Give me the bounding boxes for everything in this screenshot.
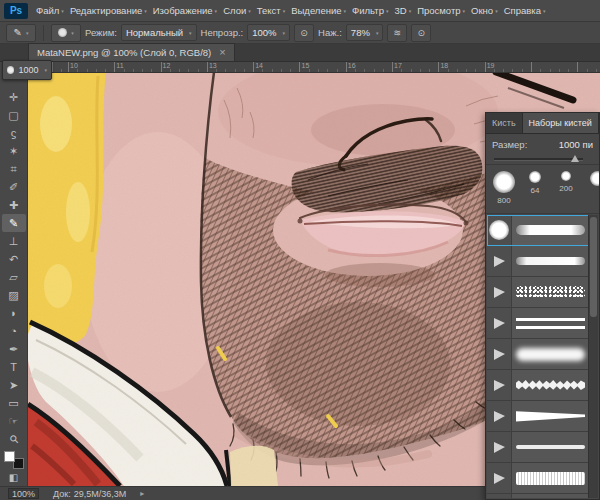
quick-selection-tool[interactable]: ✶ <box>2 142 26 160</box>
mode-value: Нормальный <box>126 27 183 38</box>
ruler-number: 14 <box>253 62 263 69</box>
blur-tool[interactable]: ◗ <box>2 304 26 322</box>
opacity-select[interactable]: 100% ▾ <box>247 24 290 41</box>
brush-preset-row[interactable] <box>487 370 589 401</box>
size-slider[interactable] <box>486 154 599 164</box>
menu-item[interactable]: Просмотр ▾ <box>414 0 468 22</box>
marquee-tool[interactable]: ▢ <box>2 106 26 124</box>
brush-tool[interactable]: ✎ <box>2 214 26 232</box>
brush-stroke-preview <box>512 246 589 276</box>
quick-mask-button[interactable]: ◧ <box>2 469 26 486</box>
type-tool[interactable]: T <box>2 358 26 376</box>
menu-item[interactable]: Выделение ▾ <box>288 0 349 22</box>
menu-item[interactable]: Фильтр ▾ <box>349 0 391 22</box>
chevron-down-icon: ▾ <box>344 8 347 14</box>
foreground-color-swatch[interactable] <box>4 451 15 462</box>
brush-preset-dot[interactable]: 64 <box>523 171 547 195</box>
gradient-tool[interactable]: ▨ <box>2 286 26 304</box>
scrollbar-thumb[interactable] <box>590 217 597 317</box>
ruler-number: 18 <box>438 62 448 69</box>
brush-tip-thumbnail <box>487 401 512 431</box>
brush-preset-dot[interactable]: 800 <box>492 171 516 205</box>
ruler-number: 12 <box>161 62 171 69</box>
menu-item[interactable]: Окно ▾ <box>468 0 501 22</box>
chevron-down-icon: ▾ <box>283 30 286 36</box>
menu-item[interactable]: Изображение ▾ <box>150 0 220 22</box>
flow-select[interactable]: 78% ▾ <box>346 24 384 41</box>
brush-size-box[interactable]: 1000 ▾ <box>2 60 52 80</box>
size-row: Размер: 1000 пи <box>486 134 599 154</box>
options-bar: ✎ ▾ ▾ Режим: Нормальный ▾ Непрозр.: 100%… <box>0 22 600 44</box>
menu-item[interactable]: 3D ▾ <box>391 0 414 22</box>
brush-preset-row[interactable] <box>487 277 589 308</box>
panel-tabs: Кисть Наборы кистей <box>486 113 599 134</box>
size-pressure-button[interactable]: ⊙ <box>411 24 431 42</box>
ruler-number: 11 <box>114 62 123 69</box>
color-swatches[interactable] <box>4 451 24 469</box>
brush-tip-icon <box>489 220 509 240</box>
menu-item[interactable]: Текст ▾ <box>254 0 288 22</box>
history-brush-tool[interactable]: ↶ <box>2 250 26 268</box>
pressure-icon: ⊙ <box>300 28 308 38</box>
brush-size-value: 1000 <box>18 65 38 75</box>
tab-brush[interactable]: Кисть <box>486 113 522 133</box>
brush-preset-row[interactable] <box>487 432 589 463</box>
shape-tool[interactable]: ▭ <box>2 394 26 412</box>
close-icon[interactable]: × <box>219 47 225 58</box>
clone-stamp-tool[interactable]: ⊥ <box>2 232 26 250</box>
document-tab-bar: MataNEW.png @ 100% (Слой 0, RGB/8) × <box>0 44 600 62</box>
pen-tool[interactable]: ✒ <box>2 340 26 358</box>
brush-tip-icon <box>494 256 505 267</box>
chevron-down-icon: ▾ <box>409 8 412 14</box>
document-tab[interactable]: MataNEW.png @ 100% (Слой 0, RGB/8) × <box>28 43 235 61</box>
brush-preset-row[interactable] <box>487 246 589 277</box>
brush-stroke-preview <box>512 463 589 493</box>
ruler-number: 10 <box>68 62 78 69</box>
brush-stroke-preview <box>512 370 589 400</box>
menu-item[interactable]: Файл ▾ <box>33 0 67 22</box>
mode-select[interactable]: Нормальный ▾ <box>121 24 197 41</box>
brush-preset-row[interactable] <box>487 463 589 494</box>
ruler-number: 17 <box>392 62 402 69</box>
pressure-icon: ⊙ <box>418 28 426 38</box>
brush-tip-icon <box>494 411 505 422</box>
move-tool[interactable]: ✛ <box>2 88 26 106</box>
brush-preset-dot[interactable]: 200 <box>554 171 578 193</box>
menu-item[interactable]: Слои ▾ <box>220 0 254 22</box>
eyedropper-tool[interactable]: ✐ <box>2 178 26 196</box>
toolbar: ✛▢ϛ✶⌗✐✚✎⊥↶▱▨◗◔✒T➤▭☞⚲ ◧ ▢ <box>0 62 28 486</box>
chevron-down-icon: ▾ <box>463 8 466 14</box>
tab-title: MataNEW.png @ 100% (Слой 0, RGB/8) <box>37 47 211 58</box>
menu-item[interactable]: Справка ▾ <box>501 0 549 22</box>
menu-item[interactable]: Редактирование ▾ <box>67 0 150 22</box>
chevron-down-icon: ▾ <box>71 30 74 36</box>
brush-stroke-preview <box>512 215 589 245</box>
brush-tip-icon <box>494 442 505 453</box>
slider-thumb[interactable] <box>571 155 579 162</box>
healing-brush-tool[interactable]: ✚ <box>2 196 26 214</box>
chevron-down-icon: ▾ <box>283 8 286 14</box>
lasso-tool[interactable]: ϛ <box>2 124 26 142</box>
tool-preset-picker[interactable]: ✎ ▾ <box>6 24 36 42</box>
eraser-tool[interactable]: ▱ <box>2 268 26 286</box>
brush-preset-picker[interactable]: ▾ <box>51 24 81 42</box>
brush-preset-row[interactable] <box>487 339 589 370</box>
path-selection-tool[interactable]: ➤ <box>2 376 26 394</box>
airbrush-button[interactable]: ≋ <box>387 24 407 42</box>
brush-stroke-preview <box>512 277 589 307</box>
brush-preset-dot[interactable] <box>585 171 599 198</box>
dodge-tool[interactable]: ◔ <box>2 322 26 340</box>
crop-tool[interactable]: ⌗ <box>2 160 26 178</box>
brush-tip-thumbnail <box>487 432 512 462</box>
status-expand-icon[interactable]: ▸ <box>140 489 144 498</box>
brush-preset-row[interactable] <box>487 215 589 246</box>
opacity-pressure-button[interactable]: ⊙ <box>294 24 314 42</box>
chevron-down-icon: ▾ <box>386 8 389 14</box>
brush-preset-row[interactable] <box>487 494 589 498</box>
brush-preset-row[interactable] <box>487 308 589 339</box>
panel-scrollbar[interactable] <box>588 215 598 498</box>
tab-brush-presets[interactable]: Наборы кистей <box>522 113 599 133</box>
brush-tip-icon <box>7 66 14 74</box>
brush-preset-row[interactable] <box>487 401 589 432</box>
zoom-field[interactable]: 100% <box>8 488 39 499</box>
